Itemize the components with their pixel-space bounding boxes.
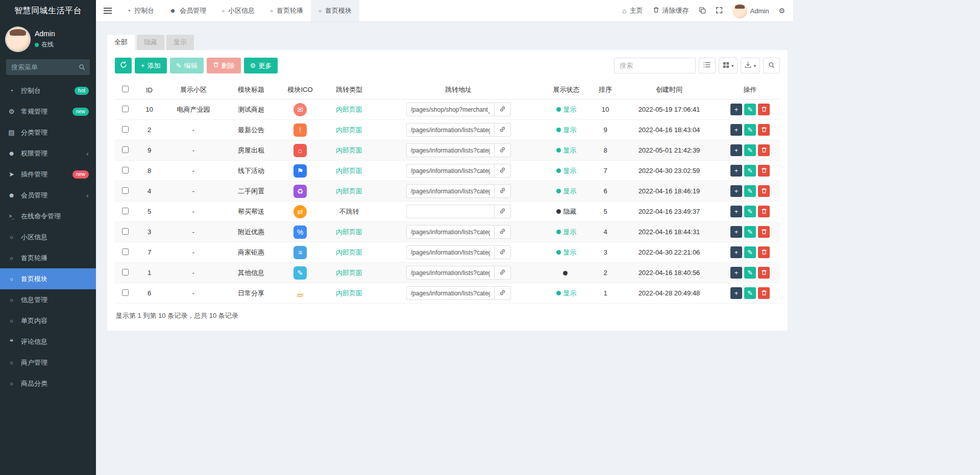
jump-url-input[interactable] [406, 184, 495, 198]
select-all-checkbox[interactable] [122, 86, 129, 92]
row-delete-button[interactable] [758, 124, 770, 136]
sidebar-item-5[interactable]: ☻会员管理‹ [0, 185, 96, 206]
nav-tab-0[interactable]: ◔控制台 [119, 0, 162, 21]
sidebar-item-9[interactable]: ○首页模块 [0, 268, 96, 289]
row-checkbox[interactable] [122, 106, 129, 112]
nav-tab-4[interactable]: ○首页模块 [311, 0, 359, 21]
sidebar-item-12[interactable]: ❝评论信息 [0, 331, 96, 352]
jump-url-input[interactable] [406, 123, 495, 137]
row-delete-button[interactable] [758, 104, 770, 115]
edit-button[interactable]: ✎ 编辑 [170, 58, 204, 73]
jump-url-input[interactable] [406, 143, 495, 157]
row-delete-button[interactable] [758, 267, 770, 279]
row-detail-button[interactable]: + [730, 226, 742, 238]
column-header-6[interactable]: 展示状态 [540, 81, 593, 99]
row-detail-button[interactable]: + [730, 124, 742, 136]
row-edit-button[interactable]: ✎ [744, 287, 756, 299]
row-edit-button[interactable]: ✎ [744, 206, 756, 217]
export-button[interactable]: ▾ [741, 58, 760, 73]
table-search-input[interactable] [614, 58, 696, 73]
link-button[interactable] [495, 184, 511, 198]
filter-tab-1[interactable]: 隐藏 [137, 35, 164, 50]
sidebar-item-13[interactable]: ○商户管理 [0, 352, 96, 373]
row-edit-button[interactable]: ✎ [744, 165, 756, 177]
filter-tab-2[interactable]: 显示 [166, 35, 194, 50]
column-header-1[interactable]: 展示小区 [163, 81, 224, 99]
row-checkbox[interactable] [122, 167, 129, 173]
row-detail-button[interactable]: + [730, 165, 742, 177]
fullscreen-button[interactable] [716, 7, 723, 15]
column-header-2[interactable]: 模块标题 [224, 81, 279, 99]
link-button[interactable] [495, 266, 511, 280]
columns-button[interactable]: ▾ [719, 58, 738, 73]
nav-tab-2[interactable]: ○小区信息 [214, 0, 262, 21]
row-checkbox[interactable] [122, 228, 129, 235]
row-checkbox[interactable] [122, 187, 129, 194]
row-checkbox[interactable] [122, 248, 129, 255]
row-detail-button[interactable]: + [730, 267, 742, 279]
filter-tab-0[interactable]: 全部 [107, 35, 135, 50]
delete-button[interactable]: 删除 [207, 58, 241, 73]
row-delete-button[interactable] [758, 206, 770, 217]
row-delete-button[interactable] [758, 144, 770, 156]
row-delete-button[interactable] [758, 226, 770, 238]
column-header-5[interactable]: 跳转地址 [377, 81, 540, 99]
sidebar-item-4[interactable]: ➤插件管理new [0, 164, 96, 185]
sidebar-item-8[interactable]: ○首页轮播 [0, 247, 96, 268]
add-button[interactable]: + 添加 [135, 58, 167, 73]
link-button[interactable] [495, 286, 511, 300]
row-delete-button[interactable] [758, 246, 770, 258]
column-header-0[interactable]: ID [135, 81, 163, 99]
jump-url-input[interactable] [406, 205, 495, 218]
settings-button[interactable]: ⚙ [778, 7, 785, 14]
sidebar-item-6[interactable]: >_在线命令管理 [0, 206, 96, 227]
jump-url-input[interactable] [406, 103, 495, 116]
advanced-search-button[interactable] [763, 58, 780, 73]
sidebar-item-0[interactable]: ◔控制台hot [0, 80, 96, 101]
row-detail-button[interactable]: + [730, 104, 742, 115]
menu-search-input[interactable] [6, 59, 90, 75]
sidebar-item-2[interactable]: ▤分类管理 [0, 122, 96, 143]
sidebar-item-1[interactable]: ⚙常规管理new [0, 101, 96, 122]
jump-url-input[interactable] [406, 286, 495, 300]
column-header-7[interactable]: 排序 [593, 81, 618, 99]
sidebar-item-14[interactable]: ○商品分类 [0, 373, 96, 394]
row-detail-button[interactable]: + [730, 144, 742, 156]
row-checkbox[interactable] [122, 126, 129, 133]
link-button[interactable] [495, 123, 511, 137]
link-button[interactable] [495, 143, 511, 157]
refresh-button[interactable] [115, 58, 132, 73]
nav-tab-1[interactable]: ☻会员管理 [162, 0, 214, 21]
row-delete-button[interactable] [758, 185, 770, 197]
row-edit-button[interactable]: ✎ [744, 267, 756, 279]
user-menu[interactable]: Admin [732, 4, 769, 18]
view-list-button[interactable] [699, 58, 716, 73]
row-delete-button[interactable] [758, 287, 770, 299]
row-edit-button[interactable]: ✎ [744, 185, 756, 197]
row-edit-button[interactable]: ✎ [744, 246, 756, 258]
column-header-8[interactable]: 创建时间 [618, 81, 720, 99]
row-checkbox[interactable] [122, 146, 129, 153]
more-button[interactable]: ⚙ 更多 [244, 58, 278, 73]
row-edit-button[interactable]: ✎ [744, 144, 756, 156]
row-edit-button[interactable]: ✎ [744, 104, 756, 115]
row-edit-button[interactable]: ✎ [744, 124, 756, 136]
jump-url-input[interactable] [406, 245, 495, 259]
column-header-4[interactable]: 跳转类型 [322, 81, 377, 99]
jump-url-input[interactable] [406, 266, 495, 280]
row-detail-button[interactable]: + [730, 185, 742, 197]
sidebar-item-10[interactable]: ○信息管理 [0, 289, 96, 310]
nav-tab-3[interactable]: ○首页轮播 [262, 0, 311, 21]
language-toggle[interactable] [699, 7, 706, 15]
row-detail-button[interactable]: + [730, 287, 742, 299]
row-edit-button[interactable]: ✎ [744, 226, 756, 238]
column-header-3[interactable]: 模块ICO [279, 81, 322, 99]
sidebar-item-11[interactable]: ○单页内容 [0, 310, 96, 331]
jump-url-input[interactable] [406, 225, 495, 239]
avatar[interactable] [6, 28, 30, 51]
jump-url-input[interactable] [406, 164, 495, 178]
row-checkbox[interactable] [122, 208, 129, 214]
home-link[interactable]: ⌂ 主页 [622, 6, 643, 15]
sidebar-item-3[interactable]: ☻权限管理‹ [0, 143, 96, 164]
link-button[interactable] [495, 225, 511, 239]
